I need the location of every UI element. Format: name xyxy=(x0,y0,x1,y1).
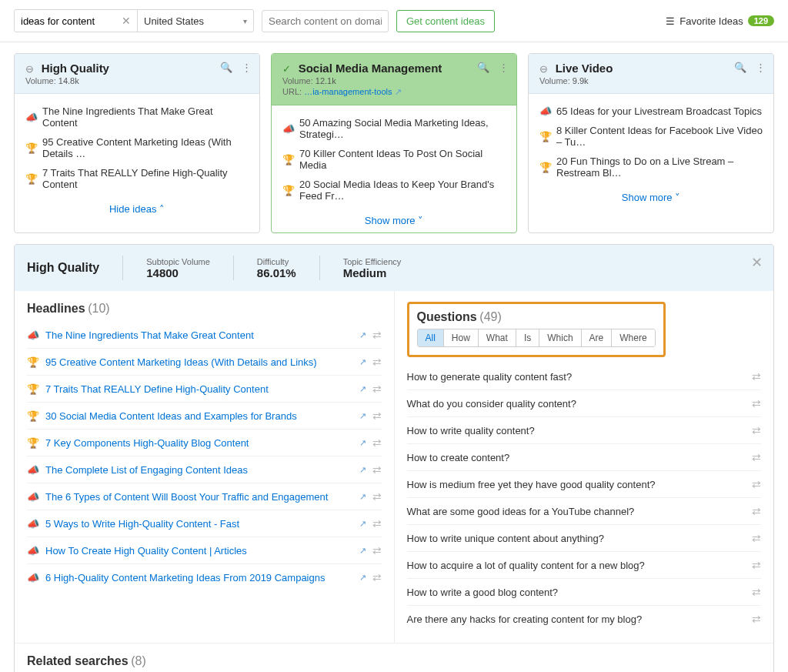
headline-link[interactable]: 7 Key Components High-Quality Blog Conte… xyxy=(45,437,353,449)
headline-row[interactable]: 📣 5 Ways to Write High-Quality Content -… xyxy=(27,510,382,537)
add-icon[interactable]: ⇄ xyxy=(752,559,761,571)
external-link-icon: ↗ xyxy=(359,465,366,475)
show-more-link[interactable]: Show more ˅ xyxy=(272,209,516,232)
question-text: How to create content? xyxy=(407,452,746,463)
headline-row[interactable]: 🏆 7 Traits That REALLY Define High-Quali… xyxy=(27,376,382,403)
headline-row[interactable]: 📣 The Complete List of Engaging Content … xyxy=(27,456,382,483)
add-icon[interactable]: ⇄ xyxy=(752,586,761,598)
hide-ideas-link[interactable]: Hide ideas ˄ xyxy=(15,197,259,221)
topic-card-live-video: ⊖ Live Video Volume: 9.9k 🔍 ⋮ 📣65 Ideas … xyxy=(528,53,774,233)
question-row[interactable]: How to acquire a lot of quality content … xyxy=(407,552,762,579)
headline-link[interactable]: The Complete List of Engaging Content Id… xyxy=(45,464,353,476)
keyword-input[interactable] xyxy=(21,15,119,27)
headline-row[interactable]: 📣 How To Create High Quality Content | A… xyxy=(27,537,382,564)
tab-what[interactable]: What xyxy=(479,329,516,346)
list-item[interactable]: 🏆20 Fun Things to Do on a Live Stream – … xyxy=(539,152,763,182)
headline-link[interactable]: 95 Creative Content Marketing Ideas (Wit… xyxy=(45,356,353,368)
more-icon[interactable]: ⋮ xyxy=(499,62,509,73)
megaphone-icon: 📣 xyxy=(25,112,36,123)
show-more-link[interactable]: Show more ˅ xyxy=(529,186,773,209)
card-header[interactable]: ✓ Social Media Management Volume: 12.1k … xyxy=(272,54,516,105)
headline-link[interactable]: 30 Social Media Content Ideas and Exampl… xyxy=(45,410,353,422)
add-icon[interactable]: ⇄ xyxy=(372,571,382,583)
headline-link[interactable]: 7 Traits That REALLY Define High-Quality… xyxy=(45,383,353,395)
card-header[interactable]: ⊖ High Quality Volume: 14.8k 🔍 ⋮ xyxy=(15,54,259,94)
question-row[interactable]: How is medium free yet they have good qu… xyxy=(407,471,762,498)
keyword-search[interactable]: ✕ xyxy=(15,10,138,32)
add-icon[interactable]: ⇄ xyxy=(372,436,382,449)
add-icon[interactable]: ⇄ xyxy=(372,410,382,422)
list-item[interactable]: 🏆70 Killer Content Ideas To Post On Soci… xyxy=(282,144,506,175)
list-item[interactable]: 🏆95 Creative Content Marketing Ideas (Wi… xyxy=(25,132,249,163)
add-icon[interactable]: ⇄ xyxy=(372,517,382,530)
question-row[interactable]: How to write quality content? ⇄ xyxy=(407,417,762,444)
list-item[interactable]: 🏆20 Social Media Ideas to Keep Your Bran… xyxy=(282,175,506,206)
add-icon[interactable]: ⇄ xyxy=(752,505,761,517)
tab-how[interactable]: How xyxy=(444,329,479,346)
add-icon[interactable]: ⇄ xyxy=(372,329,382,341)
close-icon[interactable]: ✕ xyxy=(751,254,763,271)
add-icon[interactable]: ⇄ xyxy=(372,383,382,395)
domain-input[interactable] xyxy=(262,10,389,32)
list-item[interactable]: 🏆8 Killer Content Ideas for Facebook Liv… xyxy=(539,121,763,152)
external-link-icon: ↗ xyxy=(359,519,366,529)
url-link[interactable]: …ia-management-tools xyxy=(304,87,392,96)
headline-link[interactable]: 5 Ways to Write High-Quality Content - F… xyxy=(45,518,353,530)
cup-icon: 🏆 xyxy=(27,356,39,368)
headline-row[interactable]: 🏆 95 Creative Content Marketing Ideas (W… xyxy=(27,349,382,376)
list-item[interactable]: 📣The Nine Ingredients That Make Great Co… xyxy=(25,102,249,132)
question-row[interactable]: How to create content? ⇄ xyxy=(407,444,762,471)
add-icon[interactable]: ⇄ xyxy=(752,613,761,625)
add-icon[interactable]: ⇄ xyxy=(752,451,761,463)
add-icon[interactable]: ⇄ xyxy=(372,490,382,503)
list-item[interactable]: 📣65 Ideas for your Livestream Broadcast … xyxy=(539,102,763,121)
question-row[interactable]: How to generate quality content fast? ⇄ xyxy=(407,363,762,390)
add-icon[interactable]: ⇄ xyxy=(372,356,382,368)
question-text: How to write unique content about anythi… xyxy=(407,533,746,544)
headline-row[interactable]: 📣 6 High-Quality Content Marketing Ideas… xyxy=(27,564,382,590)
external-link-icon: ↗ xyxy=(359,330,366,340)
list-item[interactable]: 📣50 Amazing Social Media Marketing Ideas… xyxy=(282,113,506,144)
headline-row[interactable]: 📣 The 6 Types of Content Will Boost Your… xyxy=(27,483,382,510)
more-icon[interactable]: ⋮ xyxy=(242,62,252,73)
add-icon[interactable]: ⇄ xyxy=(752,397,761,410)
add-icon[interactable]: ⇄ xyxy=(752,424,761,436)
card-title: High Quality xyxy=(42,62,109,75)
megaphone-icon: 📣 xyxy=(27,518,39,530)
list-item[interactable]: 🏆7 Traits That REALLY Define High-Qualit… xyxy=(25,163,249,194)
add-icon[interactable]: ⇄ xyxy=(372,544,382,557)
search-icon[interactable]: 🔍 xyxy=(734,62,746,73)
headline-link[interactable]: The Nine Ingredients That Make Great Con… xyxy=(45,329,353,341)
question-row[interactable]: What do you consider quality content? ⇄ xyxy=(407,390,762,417)
add-icon[interactable]: ⇄ xyxy=(752,532,761,544)
more-icon[interactable]: ⋮ xyxy=(756,62,766,73)
add-icon[interactable]: ⇄ xyxy=(752,478,761,490)
headline-row[interactable]: 🏆 30 Social Media Content Ideas and Exam… xyxy=(27,403,382,430)
tab-are[interactable]: Are xyxy=(582,329,613,346)
cup-icon: 🏆 xyxy=(27,383,39,395)
headline-row[interactable]: 🏆 7 Key Components High-Quality Blog Con… xyxy=(27,430,382,456)
external-link-icon: ↗ xyxy=(359,411,366,421)
search-icon[interactable]: 🔍 xyxy=(220,62,232,73)
headline-link[interactable]: How To Create High Quality Content | Art… xyxy=(45,545,353,557)
search-icon[interactable]: 🔍 xyxy=(477,62,489,73)
tab-all[interactable]: All xyxy=(418,329,444,346)
add-icon[interactable]: ⇄ xyxy=(752,370,761,383)
question-row[interactable]: How to write a good blog content? ⇄ xyxy=(407,579,762,606)
headline-row[interactable]: 📣 The Nine Ingredients That Make Great C… xyxy=(27,322,382,349)
tab-is[interactable]: Is xyxy=(516,329,539,346)
favorite-ideas-link[interactable]: ☰ Favorite Ideas 129 xyxy=(666,15,774,27)
add-icon[interactable]: ⇄ xyxy=(372,463,382,476)
country-select[interactable]: United States ▾ xyxy=(138,11,253,32)
tab-which[interactable]: Which xyxy=(539,329,581,346)
headline-link[interactable]: The 6 Types of Content Will Boost Your T… xyxy=(45,491,353,503)
clear-icon[interactable]: ✕ xyxy=(122,15,131,27)
question-row[interactable]: What are some good ideas for a YouTube c… xyxy=(407,498,762,525)
get-content-ideas-button[interactable]: Get content ideas xyxy=(396,10,495,32)
card-header[interactable]: ⊖ Live Video Volume: 9.9k 🔍 ⋮ xyxy=(529,54,773,94)
headline-link[interactable]: 6 High-Quality Content Marketing Ideas F… xyxy=(45,572,353,583)
questions-list: How to generate quality content fast? ⇄ … xyxy=(407,363,762,632)
question-row[interactable]: Are there any hacks for creating content… xyxy=(407,606,762,632)
question-row[interactable]: How to write unique content about anythi… xyxy=(407,525,762,552)
tab-where[interactable]: Where xyxy=(612,329,654,346)
